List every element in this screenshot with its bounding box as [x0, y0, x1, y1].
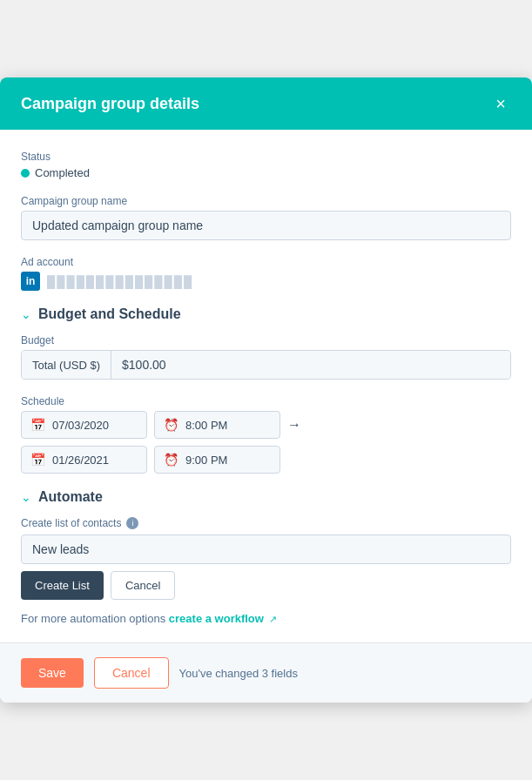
budget-schedule-chevron-icon[interactable]: ⌄	[21, 307, 31, 321]
end-time-input[interactable]: ⏰ 9:00 PM	[154, 446, 280, 474]
budget-input[interactable]	[111, 351, 510, 379]
start-time-value: 8:00 PM	[185, 419, 227, 432]
automation-note-text: For more automation options	[21, 612, 165, 625]
schedule-start-row: 📅 07/03/2020 ⏰ 8:00 PM →	[21, 411, 511, 439]
start-date-input[interactable]: 📅 07/03/2020	[21, 411, 147, 439]
budget-schedule-section: ⌄ Budget and Schedule Budget Total (USD …	[21, 306, 511, 474]
budget-type-label: Total (USD $)	[22, 351, 111, 379]
calendar-start-icon: 📅	[30, 418, 45, 432]
info-icon[interactable]: i	[126, 517, 138, 529]
schedule-end-row: 📅 01/26/2021 ⏰ 9:00 PM	[21, 446, 511, 474]
ad-account-row: in ███████████████	[21, 272, 511, 291]
linkedin-icon: in	[21, 272, 40, 291]
close-button[interactable]: ×	[490, 93, 511, 114]
end-date-value: 01/26/2021	[52, 454, 109, 467]
automate-chevron-icon[interactable]: ⌄	[21, 490, 31, 504]
clock-end-icon: ⏰	[164, 453, 178, 467]
changes-text: You've changed 3 fields	[179, 667, 298, 680]
status-value: Completed	[35, 166, 90, 179]
automate-header: ⌄ Automate	[21, 489, 511, 505]
start-time-input[interactable]: ⏰ 8:00 PM	[154, 411, 280, 439]
modal-body: Status Completed Campaign group name Ad …	[0, 130, 532, 625]
ad-account-group: Ad account in ███████████████	[21, 256, 511, 291]
campaign-group-name-input[interactable]	[21, 211, 511, 240]
budget-group: Budget Total (USD $)	[21, 334, 511, 380]
budget-label: Budget	[21, 334, 511, 346]
status-group: Status Completed	[21, 151, 511, 179]
schedule-label: Schedule	[21, 395, 511, 407]
create-list-btn-row: Create List Cancel	[21, 571, 511, 600]
campaign-group-name-group: Campaign group name	[21, 195, 511, 240]
budget-schedule-header: ⌄ Budget and Schedule	[21, 306, 511, 322]
status-label: Status	[21, 151, 511, 163]
end-date-input[interactable]: 📅 01/26/2021	[21, 446, 147, 474]
arrow-right-icon: →	[287, 417, 301, 433]
automation-note: For more automation options create a wor…	[21, 612, 511, 625]
status-dot-icon	[21, 169, 30, 178]
create-workflow-link[interactable]: create a workflow	[169, 612, 264, 625]
budget-schedule-title: Budget and Schedule	[38, 306, 181, 322]
ad-account-name: ███████████████	[47, 275, 193, 288]
cancel-footer-button[interactable]: Cancel	[94, 657, 169, 689]
cancel-list-button[interactable]: Cancel	[111, 571, 175, 600]
modal-footer: Save Cancel You've changed 3 fields	[0, 642, 532, 703]
campaign-group-name-label: Campaign group name	[21, 195, 511, 207]
contacts-group: Create list of contacts i Create List Ca…	[21, 517, 511, 625]
automate-section: ⌄ Automate Create list of contacts i Cre…	[21, 489, 511, 625]
contacts-label: Create list of contacts	[21, 517, 121, 529]
modal-header: Campaign group details ×	[0, 77, 532, 130]
modal: Campaign group details × Status Complete…	[0, 77, 532, 703]
modal-title: Campaign group details	[21, 95, 199, 113]
calendar-end-icon: 📅	[30, 453, 45, 467]
external-link-icon: ↗	[269, 614, 277, 624]
ad-account-label: Ad account	[21, 256, 511, 268]
save-button[interactable]: Save	[21, 658, 84, 688]
create-list-button[interactable]: Create List	[21, 571, 104, 600]
start-date-value: 07/03/2020	[52, 419, 109, 432]
budget-row: Total (USD $)	[21, 350, 511, 380]
end-time-value: 9:00 PM	[185, 454, 227, 467]
automate-title: Automate	[38, 489, 103, 505]
schedule-grid: 📅 07/03/2020 ⏰ 8:00 PM → 📅 01/2	[21, 411, 511, 474]
status-row: Completed	[21, 166, 511, 179]
contacts-input[interactable]	[21, 535, 511, 564]
contacts-label-row: Create list of contacts i	[21, 517, 511, 529]
clock-start-icon: ⏰	[164, 418, 178, 432]
schedule-group: Schedule 📅 07/03/2020 ⏰ 8:00 PM →	[21, 395, 511, 474]
